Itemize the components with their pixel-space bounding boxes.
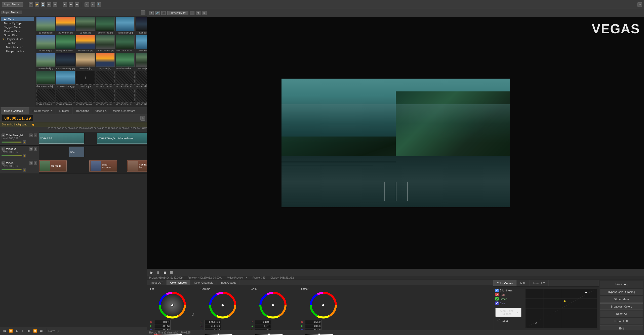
media-thumb-27[interactable]: VEGAS Titles & Text DIRECT UPLOAD TO [96, 89, 115, 106]
media-thumb-26[interactable]: VEGAS Titles & Text CREATE YOUR O... [76, 89, 95, 106]
preview-zoom-icon[interactable]: ⬛ [161, 11, 166, 15]
track-2-solo[interactable]: S [34, 147, 37, 151]
media-thumb-23[interactable]: VEGAS Titles & Text 45 [136, 71, 147, 88]
lift-reset-btn[interactable]: ↺ [191, 313, 194, 317]
offset-y-thumb[interactable] [318, 333, 320, 335]
tl-skip-end-button[interactable]: ⏭ [39, 329, 44, 333]
preview-settings-icon[interactable]: ⚙ [149, 11, 154, 15]
media-thumb-22[interactable]: VEGAS Titles & Text 43 [116, 71, 135, 88]
media-thumb-28[interactable]: VEGAS Titles & Text DISCOVER CREATI... [116, 89, 135, 106]
trim-icon[interactable]: ✂ [91, 2, 95, 7]
offset-y-slider[interactable] [305, 334, 333, 335]
media-thumb-16[interactable]: rolands-varsbergs.jpg [116, 53, 135, 70]
cb-brightness[interactable]: Brightness [495, 289, 521, 292]
gamma-y-slider[interactable] [205, 334, 232, 335]
bezier-mask-button[interactable]: Bézier Mask [600, 296, 643, 303]
preview-split-icon[interactable]: ⧉ [196, 11, 200, 15]
track-2-content[interactable]: jw-... james-zwadlo maso-... matthew-hen… [39, 146, 147, 159]
tree-main-timeline[interactable]: Main Timeline [1, 45, 34, 49]
tab-close-project[interactable]: ✕ [50, 109, 53, 112]
preview-close-btn[interactable]: ✕ [246, 276, 248, 279]
lift-r-input[interactable] [154, 320, 171, 324]
gamma-wheel[interactable] [209, 291, 236, 319]
auto-color-balance-button[interactable]: Auto Color Balance ▼ [495, 308, 521, 317]
media-thumb-4[interactable]: claudia-lam.jpg [116, 17, 135, 34]
tree-timeline[interactable]: Timeline [1, 41, 34, 45]
media-thumb-1[interactable]: 20-women.jpg [56, 17, 75, 34]
new-project-icon[interactable]: 🎬 [29, 2, 33, 7]
media-view-icon[interactable]: ⋮ [141, 10, 145, 15]
track-3-solo[interactable]: S [34, 161, 37, 165]
clip-video-2[interactable]: janke-laskowski [89, 160, 117, 172]
media-thumb-18[interactable]: shadman-sakib.jpg [36, 71, 55, 88]
cb-blue[interactable]: Blue [495, 302, 521, 305]
media-thumb-0[interactable]: 19-friends.jpg [36, 17, 55, 34]
tl-skip-start-button[interactable]: ⏮ [2, 329, 7, 333]
cursor-icon[interactable]: ↖ [85, 2, 89, 7]
media-thumb-20[interactable]: ♪ Track.mp3 [76, 71, 95, 88]
tab-color-wheels[interactable]: Color Wheels [167, 280, 190, 285]
preview-list-button[interactable]: ☰ [169, 270, 174, 275]
tab-explorer[interactable]: Explorer [56, 107, 72, 114]
reset-button[interactable]: ↺ Reset [495, 318, 521, 323]
cb-green-input[interactable] [495, 297, 499, 300]
clip-video-3[interactable]: claudia-lam [127, 160, 147, 172]
tab-color-channels[interactable]: Color Channels [190, 280, 217, 285]
gain-y-thumb[interactable] [268, 333, 270, 335]
cb-red-input[interactable] [495, 293, 499, 296]
media-thumb-21[interactable]: VEGAS Titles & Text 42 [96, 71, 115, 88]
reset-all-button[interactable]: Reset All [600, 311, 643, 317]
lift-wheel[interactable] [158, 291, 186, 319]
undo-icon[interactable]: ↩ [47, 2, 51, 7]
preview-stop-button[interactable]: ⏹ [162, 270, 167, 275]
offset-r-input[interactable] [305, 320, 321, 324]
gain-r-input[interactable] [255, 320, 271, 324]
clip-video2-1[interactable]: jw-... [69, 147, 84, 157]
offset-wheel[interactable] [309, 291, 337, 319]
offset-g-input[interactable] [305, 324, 321, 328]
tl-rewind-button[interactable]: ⏪ [8, 329, 14, 333]
gamma-g-input[interactable] [205, 324, 221, 328]
tree-all-media[interactable]: All Media [1, 17, 34, 21]
tl-play-button[interactable]: ▶ [15, 329, 19, 333]
media-thumb-7[interactable]: lilian-justen-de-vasco ncellos.jpg [56, 35, 75, 52]
media-thumb-3[interactable]: andre-filipe.jpg [96, 17, 115, 34]
media-thumb-2[interactable]: 21-rock.jpg [76, 17, 95, 34]
tree-tagged-media[interactable]: Tagged Media [1, 25, 34, 29]
cb-blue-input[interactable] [495, 302, 499, 305]
tab-input-output[interactable]: Input/Output [217, 280, 239, 285]
tab-video-fx[interactable]: Video FX [92, 107, 110, 114]
stop-icon[interactable]: ⏹ [69, 2, 73, 7]
tree-haupt-timeline[interactable]: Haupt-Timeline [1, 49, 34, 53]
export-lut-button[interactable]: Export LUT [600, 318, 643, 324]
preview-play-button[interactable]: ▶ [149, 270, 154, 275]
import-button[interactable]: Import Media... [2, 11, 22, 14]
media-thumb-11[interactable]: joe-yates.jpg [136, 35, 147, 52]
tab-color-curves[interactable]: Color Curves [493, 280, 517, 286]
curves-graph[interactable] [526, 289, 597, 328]
clip-title-2[interactable]: VEGAS Titles_Text Advanced color... [97, 133, 147, 144]
tab-mixing-console[interactable]: Mixing Console ✕ [1, 107, 29, 114]
gamma-y-thumb[interactable] [218, 333, 220, 335]
media-thumb-8[interactable]: iswanto-arif.jpg [76, 35, 95, 52]
track-1-solo[interactable]: S [34, 133, 37, 137]
preview-snap-icon[interactable]: 🔗 [155, 11, 160, 15]
tree-custom-bins[interactable]: Custom Bins [1, 29, 34, 33]
tab-media-generators[interactable]: Media Generators [110, 107, 138, 114]
tl-pause-button[interactable]: ⏸ [20, 329, 25, 333]
cb-green[interactable]: Green [495, 297, 521, 300]
tab-hsl[interactable]: HSL [517, 280, 529, 286]
timeline-settings-icon[interactable]: ⚙ [140, 116, 145, 121]
track-2-lock[interactable]: 🔒 [23, 154, 26, 157]
play-icon[interactable]: ▶ [63, 2, 67, 7]
gain-wheel[interactable] [259, 291, 287, 319]
import-media-button[interactable]: Import Media... [2, 2, 23, 7]
tab-input-lut[interactable]: Input LUT [147, 280, 167, 285]
settings-icon[interactable]: ⚙ [637, 2, 642, 7]
gamma-r-input[interactable] [205, 320, 221, 324]
tl-forward-button[interactable]: ⏩ [32, 329, 38, 333]
lift-y-slider[interactable] [154, 334, 182, 335]
media-thumb-6[interactable]: fer-nando.jpg [36, 35, 55, 52]
gain-y-slider[interactable] [255, 334, 283, 335]
lift-g-input[interactable] [154, 324, 171, 328]
